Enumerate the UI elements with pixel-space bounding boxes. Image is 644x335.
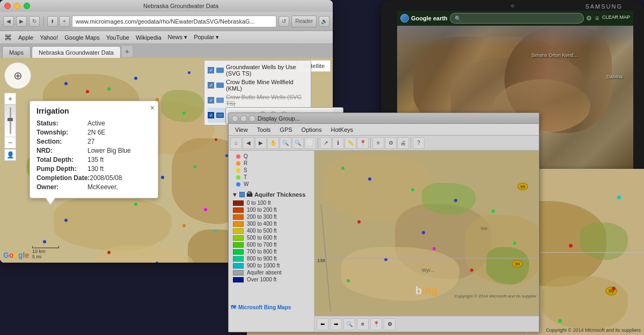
tool-forward[interactable]: ▶	[255, 137, 267, 149]
tool-home[interactable]: ⌂	[230, 137, 242, 149]
tntgis-close-button[interactable]	[232, 115, 238, 122]
back-button[interactable]: ◀	[3, 16, 14, 27]
layer-checkbox-crowbutte-wells[interactable]: ✓	[208, 97, 214, 103]
tab-add-button[interactable]: +	[122, 46, 133, 57]
url-bar[interactable]: www.microimages.com/geodata/rho/NEwaterD…	[72, 16, 276, 27]
tnt-dot[interactable]	[411, 188, 414, 191]
bing-dot[interactable]	[617, 196, 621, 199]
street-view-button[interactable]: 👤	[4, 149, 16, 161]
tool-gps-track[interactable]: 📍	[357, 137, 369, 149]
bookmark-button[interactable]: +	[59, 16, 70, 27]
minimize-button[interactable]	[14, 3, 20, 9]
tool-zoom-in[interactable]: 🔍	[280, 137, 291, 149]
tool-identify[interactable]: ℹ	[332, 137, 344, 149]
tool-layers[interactable]: ≡	[372, 137, 384, 149]
zoom-thumb[interactable]	[8, 118, 13, 121]
tab-nebraska[interactable]: Nebraska Groundwater Data	[32, 46, 121, 58]
tab-maps[interactable]: Maps	[2, 46, 31, 58]
menu-hotkeys[interactable]: HotKeys	[327, 125, 358, 134]
audio-button[interactable]: 🔊	[319, 16, 330, 27]
tool-measure[interactable]: 📏	[345, 137, 356, 149]
bookmark-youtube[interactable]: YouTube	[106, 34, 129, 41]
well-dot[interactable]	[215, 229, 217, 232]
legend-checkbox[interactable]	[239, 192, 245, 197]
bottom-settings[interactable]: ⚙	[384, 318, 396, 330]
bookmark-yahoo[interactable]: Yahoo!	[40, 34, 58, 41]
well-dot[interactable]	[107, 87, 111, 91]
layers-icon[interactable]: ≡	[595, 14, 599, 22]
well-dot[interactable]	[156, 262, 158, 263]
tnt-dot[interactable]	[422, 231, 425, 234]
tntgis-maximize-button[interactable]	[249, 115, 255, 122]
tool-settings[interactable]: ⚙	[385, 137, 397, 149]
share-button[interactable]: ⬆	[47, 16, 58, 27]
bottom-zoom-in[interactable]: ➡	[330, 318, 342, 330]
tool-select[interactable]: ↗	[320, 137, 332, 149]
layer-item-wells[interactable]: ✓ Groundwater Wells by Use (SVG TS)	[208, 63, 308, 78]
well-dot[interactable]	[182, 224, 186, 227]
tnt-dot[interactable]	[347, 279, 350, 282]
zoom-out-button[interactable]: −	[4, 137, 16, 148]
tnt-dot[interactable]	[368, 177, 371, 181]
settings-icon[interactable]: ⚙	[586, 14, 592, 22]
reader-button[interactable]: Reader	[291, 16, 317, 27]
well-dot[interactable]	[215, 138, 217, 141]
tool-back[interactable]: ◀	[243, 137, 254, 149]
menu-options[interactable]: Options	[297, 125, 326, 134]
zoom-slider[interactable]	[4, 105, 16, 137]
well-dot[interactable]	[188, 71, 191, 74]
reload-button[interactable]: ↻	[29, 16, 40, 27]
layer-checkbox-thickness[interactable]: ✓	[208, 112, 214, 118]
well-dot[interactable]	[134, 77, 137, 80]
tnt-dot[interactable]	[454, 199, 457, 202]
well-dot[interactable]	[64, 219, 68, 222]
forward-button[interactable]: ▶	[16, 16, 27, 27]
bottom-zoom-out[interactable]: ⬅	[317, 318, 328, 330]
tnt-dot[interactable]	[341, 167, 345, 170]
bing-dot[interactable]	[558, 319, 562, 323]
well-dot[interactable]	[43, 240, 46, 243]
navigation-control[interactable]: ⊕	[4, 62, 31, 89]
bookmark-googlemaps[interactable]: Google Maps	[64, 34, 99, 41]
menu-gps[interactable]: GPS	[275, 125, 296, 134]
bing-dot[interactable]	[612, 287, 616, 291]
menu-tools[interactable]: Tools	[253, 125, 275, 134]
layer-item-crowbutte-wells[interactable]: ✓ Crow Butte Mine Wells (SVG TS)	[208, 93, 308, 108]
well-dot[interactable]	[107, 251, 111, 254]
menu-view[interactable]: View	[231, 125, 252, 134]
well-dot[interactable]	[86, 90, 89, 93]
well-dot[interactable]	[193, 165, 196, 168]
bookmark-wikipedia[interactable]: Wikipedia	[136, 34, 162, 41]
well-dot[interactable]	[161, 176, 164, 179]
tnt-dot[interactable]	[357, 220, 361, 224]
tntgis-minimize-button[interactable]	[240, 115, 247, 122]
bottom-search[interactable]: 🔍	[343, 318, 355, 330]
refresh-button[interactable]: ↺	[279, 16, 289, 27]
well-dot[interactable]	[204, 208, 207, 211]
tool-zoom-extent[interactable]: ⬜	[304, 137, 316, 149]
bottom-gps[interactable]: 📍	[370, 318, 382, 330]
tool-print[interactable]: 🖨	[397, 137, 409, 149]
bookmark-popular[interactable]: Popular ▾	[194, 34, 219, 41]
tool-help[interactable]: ?	[413, 137, 425, 149]
bottom-layers[interactable]: ≡	[357, 318, 369, 330]
layer-item-crowbutte[interactable]: ✓ Crow Butte Mine Wellfield (KML)	[208, 78, 308, 93]
tablet-search-bar[interactable]: 🔍	[450, 13, 584, 24]
tntgis-map-area[interactable]: 136 Ice Wyr... 99 99 Copyright © 2014 Mi…	[314, 151, 539, 316]
tnt-dot[interactable]	[433, 247, 436, 250]
tool-pan[interactable]: ✋	[267, 137, 279, 149]
tool-zoom-out[interactable]: 🔍	[292, 137, 304, 149]
tnt-dot[interactable]	[470, 269, 473, 272]
layer-checkbox-crowbutte[interactable]: ✓	[208, 82, 214, 88]
maximize-button[interactable]	[24, 3, 30, 9]
close-button[interactable]	[4, 3, 11, 9]
well-dot[interactable]	[64, 82, 68, 85]
bing-dot[interactable]	[569, 244, 573, 248]
bookmark-news[interactable]: News ▾	[168, 34, 188, 41]
zoom-in-button[interactable]: +	[4, 93, 16, 105]
well-dot[interactable]	[182, 111, 186, 115]
tnt-dot[interactable]	[492, 210, 495, 213]
popup-close-button[interactable]: ×	[150, 103, 155, 112]
map-clear-icon[interactable]: CLEAR MAP	[602, 14, 630, 22]
bookmark-apple-text[interactable]: Apple	[18, 34, 33, 41]
